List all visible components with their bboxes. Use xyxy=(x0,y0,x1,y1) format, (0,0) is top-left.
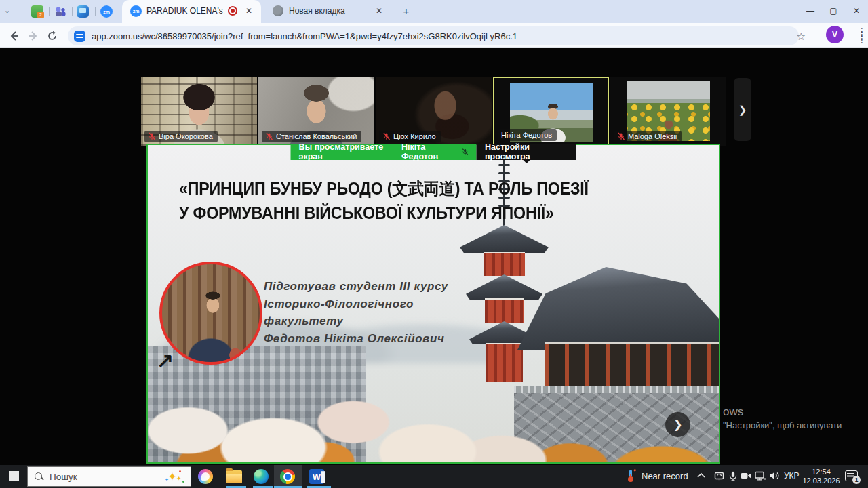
tab-zoom-meeting[interactable]: zm PARADIUK OLENA's Zoom M ✕ xyxy=(122,0,261,23)
byline-line: Федотов Нікіта Олексійович xyxy=(264,330,448,348)
student-photo xyxy=(159,262,262,365)
screen-share-banner: Вы просматриваете экран Нікіта Федотов Н… xyxy=(291,144,576,160)
back-icon[interactable] xyxy=(7,28,22,43)
tray-date: 12.03.2026 xyxy=(800,476,842,485)
participant-name-label: Ціох Кирило xyxy=(379,131,441,142)
tab-close-icon[interactable]: ✕ xyxy=(244,6,254,16)
participant-tile-active-speaker[interactable]: Нікіта Федотов xyxy=(493,77,609,146)
copilot-sparkle-icon: ✦✦ ✦ xyxy=(165,469,185,484)
participant-name: Нікіта Федотов xyxy=(501,131,552,139)
pinned-separator xyxy=(95,7,96,16)
taskbar-copilot-icon[interactable] xyxy=(198,469,213,484)
participant-tile[interactable]: Віра Окорокова xyxy=(141,77,257,146)
participant-name-label: Нікіта Федотов xyxy=(498,129,557,141)
taskbar-file-explorer-icon[interactable] xyxy=(226,470,242,483)
presenter-name: Нікіта Федотов xyxy=(401,142,458,161)
taskbar-chrome-active-tile[interactable] xyxy=(274,465,302,488)
zoom-favicon-icon: zm xyxy=(130,5,142,17)
search-icon xyxy=(35,472,43,481)
weather-headline[interactable]: Near record xyxy=(642,471,688,481)
tray-time: 12:54 xyxy=(800,468,842,476)
slide-title-line2: У ФОРМУВАННІ ВІЙСЬКОВОЇ КУЛЬТУРИ ЯПОНІЇ» xyxy=(179,203,554,223)
active-tab-title: PARADIUK OLENA's Zoom M xyxy=(146,6,225,16)
tab-recording-indicator-icon xyxy=(228,6,237,16)
profile-avatar[interactable]: V xyxy=(826,26,844,43)
tab-search-icon[interactable]: ⌄ xyxy=(4,6,15,17)
site-info-icon[interactable] xyxy=(74,30,85,42)
new-tab-button[interactable]: + xyxy=(400,5,412,18)
weather-thermometer-icon[interactable] xyxy=(625,469,637,481)
windows-taskbar: Пошук ✦✦ ✦ W Near record УКР 12:54 12.03… xyxy=(0,465,868,488)
windows-activation-watermark-line1: ows xyxy=(723,405,743,419)
pagoda-roof-top xyxy=(460,225,549,253)
tray-network-icon[interactable] xyxy=(754,470,766,483)
tray-speaker-icon[interactable] xyxy=(768,470,781,483)
participant-name: Ціох Кирило xyxy=(393,132,436,140)
pagoda-roof-middle xyxy=(466,274,542,300)
cherry-blossom-trees xyxy=(148,357,719,462)
participant-name-label: Віра Окорокова xyxy=(144,131,218,142)
browser-tab-strip: ⌄ 2 zm zm PARADIUK OLENA's Zoom M ✕ Нова… xyxy=(0,0,868,23)
viewing-text: Вы просматриваете экран xyxy=(299,142,398,161)
slide-title-line1: «ПРИНЦИП БУНБУ РЬОДО (文武両道) ТА РОЛЬ ПОЕЗ… xyxy=(179,178,589,200)
new-tab-favicon-icon xyxy=(273,5,283,16)
participant-name-label: Maloga Oleksii xyxy=(614,131,682,142)
forward-icon[interactable] xyxy=(26,28,41,43)
tray-cast-icon[interactable] xyxy=(713,470,726,483)
slide-next-button[interactable]: ❯ xyxy=(665,412,690,437)
taskbar-word-icon[interactable]: W xyxy=(309,469,324,484)
participant-name: Maloga Oleksii xyxy=(628,132,677,140)
pagoda-body-middle xyxy=(485,298,524,323)
taskbar-search-box[interactable]: Пошук ✦✦ ✦ xyxy=(27,466,191,487)
mic-muted-icon xyxy=(148,132,156,140)
presentation-slide: «ПРИНЦИП БУНБУ РЬОДО (文武両道) ТА РОЛЬ ПОЕЗ… xyxy=(148,145,719,462)
participant-name: Станіслав Ковальський xyxy=(276,132,357,140)
notification-badge: 1 xyxy=(852,476,861,484)
pagoda-spire-ring xyxy=(498,164,510,166)
url-text: app.zoom.us/wc/86589970035/join?ref_from… xyxy=(92,31,517,41)
participant-name-label: Станіслав Ковальський xyxy=(262,131,361,142)
window-maximize-button[interactable]: ▢ xyxy=(822,0,845,22)
reload-icon[interactable] xyxy=(45,28,60,43)
tray-language-indicator[interactable]: УКР xyxy=(784,471,800,481)
participant-name: Віра Окорокова xyxy=(159,132,213,140)
northeast-arrow-icon: ↗ xyxy=(157,348,174,372)
taskbar-edge-icon[interactable] xyxy=(254,469,269,484)
taskbar-chrome-icon xyxy=(280,469,295,484)
pinned-tab-blue-app-icon[interactable] xyxy=(77,5,89,18)
windows-activation-watermark-line2: "Настройки", щоб активувати xyxy=(723,420,842,430)
participant-tile[interactable]: Maloga Oleksii xyxy=(610,77,726,146)
video-strip-next-button[interactable]: ❯ xyxy=(734,78,751,141)
slide-byline: Підготував студент ІІІ курсу Історико-Фі… xyxy=(264,278,448,347)
mic-muted-icon xyxy=(265,132,273,140)
zoom-meeting-area: Віра Окорокова Станіслав Ковальський Ціо… xyxy=(0,48,868,465)
pinned-tab-zoom-icon[interactable]: zm xyxy=(100,5,113,18)
byline-line: факультету xyxy=(264,312,448,330)
byline-line: Історико-Філологічного xyxy=(264,296,448,313)
pinned-separator xyxy=(49,7,50,16)
participant-tile[interactable]: Станіслав Ковальський xyxy=(258,77,374,146)
tray-microphone-icon[interactable] xyxy=(728,470,740,483)
pagoda-body-top xyxy=(484,252,525,276)
viewing-banner: Вы просматриваете экран Нікіта Федотов xyxy=(291,144,477,160)
start-button[interactable] xyxy=(9,471,19,481)
byline-line: Підготував студент ІІІ курсу xyxy=(264,278,448,296)
blue-app-glyph xyxy=(79,8,86,13)
browser-menu-icon[interactable]: ⋮⋮⋮ xyxy=(857,29,860,41)
url-bar[interactable]: app.zoom.us/wc/86589970035/join?ref_from… xyxy=(68,26,799,45)
pinned-separator xyxy=(72,7,73,16)
tab-new-tab[interactable]: Новая вкладка ✕ xyxy=(266,0,391,23)
pinned-tab-store-icon[interactable]: 2 xyxy=(31,5,43,18)
window-close-button[interactable]: ✕ xyxy=(845,0,868,22)
tray-chevron-up-icon[interactable] xyxy=(697,472,709,485)
tray-camera-icon[interactable] xyxy=(740,470,752,483)
shared-screen: Вы просматриваете экран Нікіта Федотов Н… xyxy=(146,144,720,464)
tray-clock[interactable]: 12:54 12.03.2026 xyxy=(800,468,842,485)
pinned-tab-teams-icon[interactable] xyxy=(54,5,66,18)
window-minimize-button[interactable]: — xyxy=(799,0,822,22)
bookmark-star-icon[interactable]: ☆ xyxy=(797,30,806,43)
view-options-button[interactable]: Настройки просмотра xyxy=(477,144,576,160)
search-placeholder: Пошук xyxy=(50,472,77,482)
tab-close-icon[interactable]: ✕ xyxy=(374,6,384,16)
participant-tile[interactable]: Ціох Кирило xyxy=(376,77,492,146)
